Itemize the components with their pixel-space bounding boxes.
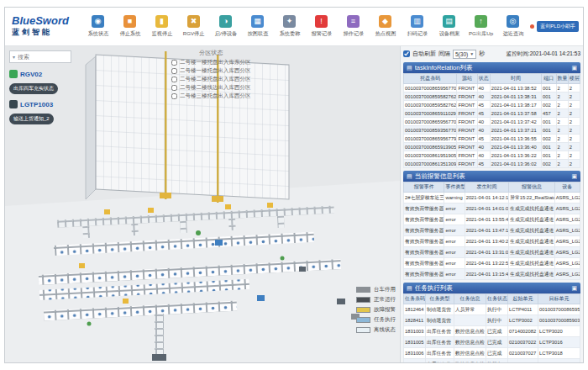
device-item[interactable]: RGV02 出库四车充实状态 [9,70,87,94]
toolbar-button[interactable]: ◑ 启/停设备 [210,15,241,38]
task-info-table-header[interactable]: ▤ taskInfoRelation列表 ▣ [403,62,580,73]
toolbar: ◉ 系统状态 ■ 停止系统 ▮ 监视停止 ✖ RGV停止 [81,15,530,38]
zone-checkbox[interactable] [171,60,177,66]
brand-name: BlueSword [12,15,81,27]
zone-label: 二号楼一楼托盘出入库东分区 [180,59,251,66]
table-row[interactable]: 有效负荷带服务器error2021-04-01 13:40:26生成完成找托盘通… [404,236,580,247]
table-row[interactable]: 1831003出库任务营数控信息点检已完成0714002082LCTP3020 [404,326,580,337]
zone-checkbox[interactable] [171,68,177,74]
legend-item: 离线状态 [356,326,396,334]
task-exec-table-header[interactable]: ▤ 任务执行列表 ▣ [403,283,580,293]
table-row[interactable]: 2#七层穿梭车近三跟踪warning2021-04-01 14:12:12异常1… [404,193,580,204]
column-header[interactable]: 发生时间 [465,182,509,193]
column-header[interactable]: 时间 [490,74,541,84]
window-icon[interactable]: ▣ [571,65,577,71]
column-header[interactable]: 报警事件 [404,182,444,193]
assistant-badge[interactable]: 蓝剑PLD小助手 [537,21,579,32]
menu-icon: ▤ [407,65,412,71]
toolbar-button[interactable]: ▥ 扫码记录 [402,15,433,38]
toolbar-button[interactable]: ◆ 热点视图 [370,15,401,38]
column-header[interactable]: 设备 [554,182,580,193]
zone-checkbox-row[interactable]: 二号楼三楼托盘出入库西分区 [171,92,251,100]
task-exec-table: 任务条码任务类型任务信息任务状态起始单元目标单元1812464制动退货营人员异常… [403,293,580,362]
column-header[interactable]: 楼层 [568,74,580,84]
toolbar-button[interactable]: ≡ 操作记录 [338,15,369,38]
zone-checkbox-row[interactable]: 二号楼二楼托盘出入库西分区 [171,75,251,83]
table-row[interactable]: 1828411制动退货营执行中LCTP30020010037000859031 [404,315,580,326]
window-icon[interactable]: ▣ [571,173,577,180]
legend-swatch [356,287,370,293]
table-row[interactable]: 0010037000859582762FRONT402021-04-01 13:… [404,92,580,101]
zone-checkbox[interactable] [171,77,177,82]
window-icon[interactable]: ▣ [571,285,577,292]
toolbar-icon: ▥ [411,15,423,28]
toolbar-button[interactable]: ■ 停止系统 [114,15,145,38]
legend-item: 故障报警 [356,306,396,314]
table-row[interactable]: 有效负荷带服务器error2021-04-01 13:22:54生成完成找托盘通… [404,258,580,269]
table-row[interactable]: 有效负荷带服务器error2021-04-01 13:15:40生成完成找托盘通… [404,269,580,280]
column-header[interactable]: 起始单元 [508,294,538,304]
toolbar-button[interactable]: ✦ 系统委称 [274,15,305,38]
toolbar-icon: ◉ [92,15,104,28]
zone-checkbox-row[interactable]: 二号楼二楼线边出入库西分区 [171,83,251,92]
interval-select[interactable]: 5(30) ▼ [453,50,476,59]
toolbar-button[interactable]: ▤ 设备档案 [433,15,465,38]
logo: BlueSword 蓝剑智能 [5,15,81,38]
column-header[interactable]: 托盘条码 [404,74,457,84]
table-row[interactable]: 0010037000865956779FRONT452021-04-01 13:… [404,135,580,143]
table-row[interactable]: 有效负荷带服务器error2021-04-01 13:55:43生成完成找托盘通… [404,214,580,225]
zone-checkbox[interactable] [171,93,177,99]
table-row[interactable]: 0010037000865911029FRONT452021-04-01 13:… [404,109,580,118]
column-header[interactable]: 任务条码 [404,294,426,304]
device-item[interactable]: LGTP1003 输送上货通知_2 [9,100,87,124]
table-row[interactable]: 有效负荷带服务器error2021-04-01 13:47:12生成完成找托盘通… [404,225,580,236]
table-row[interactable]: 1831008出库任务营数控信息点检执行中0113002032LCTP3016 [404,359,580,363]
device-status-text: 出库四车充实状态 [9,83,58,94]
alarm-table-header[interactable]: ▤ 当前报警信息列表 ▣ [403,171,580,182]
device-name: LGTP1003 [20,101,53,108]
table-row[interactable]: 0010037000861951905FRONT402021-04-01 13:… [404,151,580,160]
table-row[interactable]: 0010037000865956770FRONT402021-04-01 13:… [404,84,580,92]
column-header[interactable]: 事件类型 [444,182,465,193]
table-row[interactable]: 0010037000865913905FRONT402021-04-01 13:… [404,143,580,151]
column-header[interactable]: 报警信息 [509,182,555,193]
column-header[interactable]: 数量 [556,74,568,84]
toolbar-icon: ▦ [251,15,264,28]
column-header[interactable]: 目标单元 [538,294,580,304]
zone-label: 二号楼三楼托盘出入库西分区 [180,92,251,100]
table-row[interactable]: 有效负荷带服务器error2021-04-01 13:31:08生成完成找托盘通… [404,247,580,258]
toolbar-button[interactable]: ! 报警记录 [306,15,337,38]
column-header[interactable]: 端口 [542,74,557,84]
column-header[interactable]: 状态 [477,74,490,84]
column-header[interactable]: 任务信息 [454,294,486,304]
zone-checkbox-row[interactable]: 二号楼一楼托盘出入库西分区 [171,66,251,75]
legend-item: 任务执行 [356,316,396,324]
toolbar-icon: ◆ [379,15,391,28]
zone-checkbox-row[interactable]: 二号楼一楼托盘出入库东分区 [171,58,251,66]
table-row[interactable]: 0010037000859356770FRONT402021-04-01 13:… [404,126,580,135]
warehouse-scene: ▾ RGV02 出库四车充实状态 [5,46,400,362]
column-header[interactable]: 源站 [457,74,477,84]
table-row[interactable]: 1831005出库任务营数控信息点检已完成0210037022LCTP3016 [404,337,580,348]
table-row[interactable]: 1831006出库任务营数控信息点检已完成0210037027LCTP3018 [404,348,580,359]
table-row[interactable]: 0010037000865956770FRONT402021-04-01 13:… [404,118,580,126]
toolbar-button[interactable]: ▮ 监视停止 [146,15,177,38]
right-data-panel: 自动刷新 间隔 5(30) ▼ 秒 监控时间:2021-04-01 14:21:… [400,46,583,362]
search-box[interactable]: ▾ [9,50,71,63]
table-row[interactable]: 1812464制动退货营人员异常执行中LCTP40110010037000865… [404,304,580,315]
column-header[interactable]: 任务状态 [486,294,508,304]
toolbar-button[interactable]: ✖ RGV停止 [178,15,209,38]
search-input[interactable] [18,54,68,60]
table-row[interactable]: 0010037000859582762FRONT452021-04-01 13:… [404,101,580,109]
toolbar-button[interactable]: ◎ 远近查询 [497,15,528,38]
auto-refresh-checkbox[interactable] [403,50,410,57]
toolbar-button[interactable]: ◉ 系统状态 [82,15,113,38]
toolbar-button[interactable]: ▦ 按图联查 [242,15,273,38]
interval-value: 5(30) [455,51,468,57]
chevron-down-icon: ▾ [13,54,15,60]
table-row[interactable]: 有效负荷带服务器error2021-04-01 14:01:01生成完成找托盘通… [404,204,580,214]
toolbar-button[interactable]: ↑ PG出库Up [465,15,496,38]
column-header[interactable]: 任务类型 [426,294,454,304]
zone-checkbox[interactable] [171,85,177,91]
table-row[interactable]: 0010037000861351309FRONT452021-04-01 13:… [404,160,580,168]
